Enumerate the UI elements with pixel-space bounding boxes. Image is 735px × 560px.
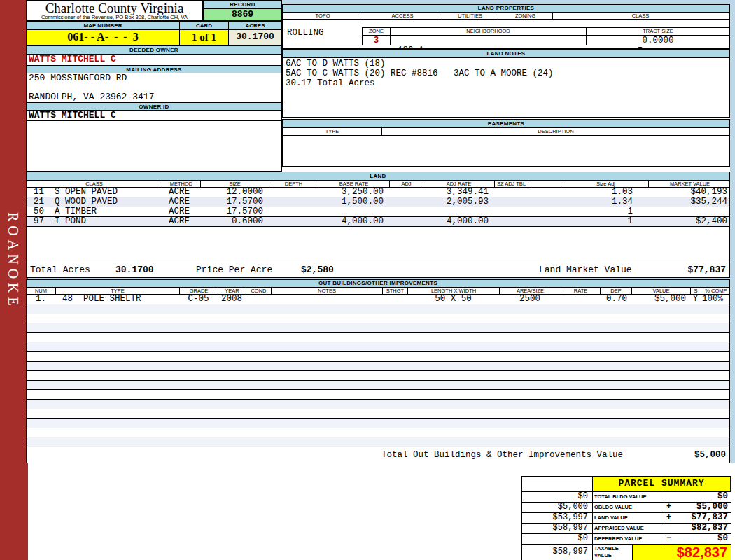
zone-neighborhood-table: ZONE NEIGHBORHOOD TRACT SIZE 3 180 A Roa…: [362, 27, 730, 46]
cell-adj: [389, 217, 423, 226]
current-value: $5,000: [696, 503, 728, 512]
cell-value: $5,000: [631, 295, 690, 304]
record-box: RECORD 8869: [203, 0, 282, 21]
owner-id-value: WATTS MITCHELL C: [27, 111, 281, 121]
column-header-zoning: ZONING: [498, 13, 552, 19]
out-buildings-title: OUT BUILDINGS/OTHER IMPROVEMENTS: [27, 280, 729, 288]
card-label: CARD: [179, 22, 228, 30]
column-header-blank: [528, 181, 563, 187]
cell-depth: [269, 217, 318, 226]
cell-size-adj: 1.34: [563, 197, 648, 206]
cell-size: 17.5700: [200, 207, 269, 216]
column-header-grade: GRADE: [179, 288, 218, 294]
cell-size-adj: 1: [563, 217, 648, 226]
column-header-pct-comp: % COMP: [701, 288, 731, 294]
cell-base-rate: 1,500.00: [318, 197, 389, 206]
total-acres-value: 30.1700: [115, 263, 154, 277]
map-number-value: 061- - A- - - 3: [27, 30, 179, 45]
column-header-utilities: UTILITIES: [442, 13, 498, 19]
prev-obldg-value: $5,000: [522, 503, 592, 512]
sidebar-locality-banner: ROANOKE: [0, 0, 28, 560]
cell-class: 21 Q WOOD PAVED: [27, 197, 162, 206]
taxable-value-row: $58,997 TAXABLE VALUE $82,837: [522, 544, 732, 560]
cell-size: 0.6000: [200, 217, 269, 226]
neighborhood-value: 180 A Roanoke: [390, 35, 586, 46]
cell-adj-rate: 2,005.93: [423, 197, 494, 206]
land-table-title: LAND: [27, 172, 729, 181]
county-header: Charlotte County Virginia Commissioner o…: [26, 0, 203, 21]
label-taxable-value: TAXABLE VALUE: [593, 545, 632, 560]
land-properties-panel: LAND PROPERTIES TOPO ACCESS UTILITIES ZO…: [282, 4, 730, 49]
land-market-value: $77,837: [687, 263, 726, 277]
column-header-year: YEAR: [218, 288, 246, 294]
empty-row: [27, 342, 729, 352]
empty-row: [27, 371, 729, 381]
record-label: RECORD: [204, 1, 281, 9]
owner-empty-area: [27, 121, 281, 171]
empty-row: [27, 362, 729, 372]
cell-blank: [528, 217, 563, 226]
cell-method: ACRE: [162, 188, 200, 197]
land-note-line: 5AC TO C WATTS (20) REC #8816 3AC TO A M…: [283, 69, 729, 78]
label-deferred-value: DEFERRED VALUE: [593, 534, 664, 544]
neighborhood-label: NEIGHBORHOOD: [390, 27, 586, 35]
cell-type: 48 POLE SHELTR: [55, 295, 179, 304]
empty-row: [27, 314, 729, 324]
operator: −: [666, 534, 671, 543]
column-header-class: CLASS: [552, 13, 728, 19]
prev-land-value: $53,997: [522, 513, 592, 523]
cell-pct-comp: 100%: [701, 295, 731, 304]
column-header-cond: COND: [246, 288, 271, 294]
prev-appraised-value: $58,997: [522, 524, 592, 533]
cell-size: 17.5700: [200, 197, 269, 206]
price-per-acre-label: Price Per Acre: [196, 263, 272, 277]
easements-panel: EASEMENTS TYPE DESCRIPTION: [282, 119, 730, 167]
prev-deferred-value: $0: [522, 534, 592, 544]
column-header-area-size: AREA/SIZE: [499, 288, 561, 294]
empty-row: [27, 400, 729, 410]
cell-adj-rate: 3,349.41: [423, 188, 494, 197]
value-total-bldg-value: $0: [664, 492, 731, 502]
cell-sz-adj-tbl: [494, 217, 528, 226]
taxable-value: $82,837: [633, 545, 731, 560]
empty-row: [27, 410, 729, 419]
column-header-method: METHOD: [162, 181, 200, 187]
price-per-acre-value: $2,580: [301, 263, 334, 277]
cell-adj: [389, 188, 423, 197]
land-market-value-label: Land Market Value: [539, 263, 632, 277]
cell-adj: [389, 207, 423, 216]
cell-market-value: $35,244: [648, 197, 731, 206]
empty-row: [27, 419, 729, 428]
current-value: $0: [718, 534, 728, 543]
out-buildings-total-value: $5,000: [694, 448, 726, 462]
land-totals-row: Total Acres 30.1700 Price Per Acre $2,58…: [27, 262, 729, 277]
map-card-acres-table: MAP NUMBER CARD ACRES 061- - A- - - 3 1 …: [26, 21, 282, 46]
current-value: $82,837: [691, 524, 728, 533]
land-notes-title: LAND NOTES: [283, 50, 729, 58]
cell-market-value: [648, 207, 731, 216]
cell-num: 1.: [27, 295, 55, 304]
value-deferred-value: − $0: [664, 534, 731, 544]
cell-base-rate: [318, 207, 389, 216]
parcel-summary-title: PARCEL SUMMARY: [593, 477, 730, 491]
land-row: 97 I POND ACRE 0.6000 4,000.00 4,000.00 …: [27, 217, 729, 227]
cell-sthgt: [382, 295, 407, 304]
cell-rate: [561, 295, 600, 304]
column-header-adj-rate: ADJ RATE: [423, 181, 494, 187]
column-header-value: VALUE: [631, 288, 690, 294]
deeded-owner-value: WATTS MITCHELL C: [27, 55, 281, 65]
cell-notes: [271, 295, 382, 304]
value-land-value: + $77,837: [664, 513, 731, 523]
column-header-sthgt: STHGT: [382, 288, 407, 294]
cell-grade: C-05: [179, 295, 218, 304]
cell-method: ACRE: [162, 217, 200, 226]
cell-sz-adj-tbl: [494, 207, 528, 216]
map-number-label: MAP NUMBER: [27, 22, 179, 30]
land-note-line: 30.17 Total Acres: [283, 78, 729, 88]
out-buildings-total-label: Total Out Buildings & Other Improvements…: [382, 448, 623, 462]
out-buildings-total-row: Total Out Buildings & Other Improvements…: [27, 447, 729, 463]
column-header-rate: RATE: [561, 288, 600, 294]
cell-class: 11 S OPEN PAVED: [27, 188, 162, 197]
column-header-type: TYPE: [283, 128, 382, 135]
land-row: 21 Q WOOD PAVED ACRE 17.5700 1,500.00 2,…: [27, 197, 729, 207]
